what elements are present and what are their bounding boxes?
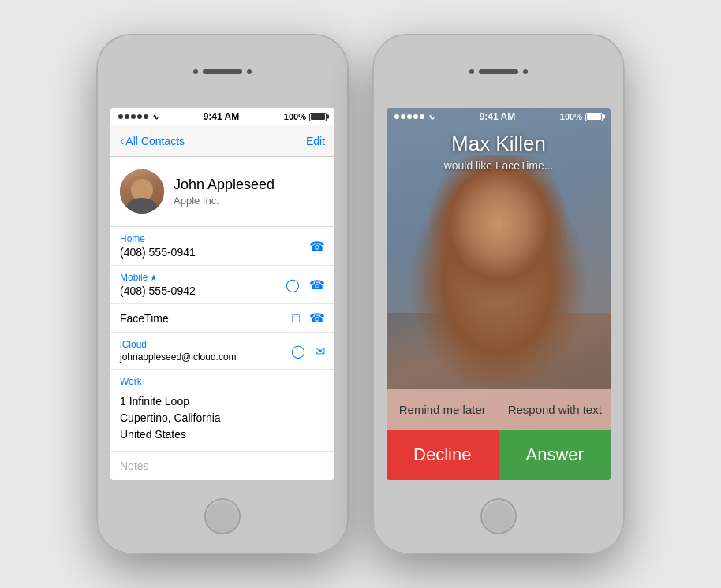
work-address-line3: United States — [120, 426, 325, 443]
r-dot-5 — [420, 114, 424, 119]
decline-button[interactable]: Decline — [387, 430, 499, 480]
signal-area: ∿ — [118, 113, 159, 121]
caller-name: Max Killen — [387, 132, 611, 156]
caller-subtitle: would like FaceTime... — [387, 159, 611, 172]
home-label: Home — [120, 233, 196, 244]
battery-pct-label: 100% — [284, 112, 306, 121]
icloud-email: johnappleseed@icloud.com — [120, 352, 237, 363]
message-bubble-icon[interactable]: ◯ — [291, 344, 305, 359]
notes-label: Notes — [110, 452, 334, 480]
work-address-line1: 1 Infinite Loop — [120, 393, 325, 410]
facetime-action-buttons: Remind me later Respond with text Declin… — [387, 389, 611, 480]
front-camera — [193, 69, 198, 74]
r-dot-2 — [401, 114, 405, 119]
back-label: All Contacts — [125, 135, 185, 147]
mobile-number: (408) 555-0942 — [120, 285, 196, 297]
right-battery-fill — [587, 114, 601, 120]
facetime-phone-icon[interactable]: ☎ — [309, 311, 325, 326]
contact-header: John Appleseed Apple Inc. — [110, 157, 334, 227]
sensors — [193, 69, 252, 74]
contact-company: Apple Inc. — [174, 195, 325, 207]
dot-1 — [118, 114, 123, 119]
right-wifi-icon: ∿ — [428, 113, 435, 121]
dot-3 — [131, 114, 136, 119]
right-signal-area: ∿ — [394, 113, 435, 121]
caller-info: Max Killen would like FaceTime... — [387, 132, 611, 172]
icloud-info: iCloud johnappleseed@icloud.com — [120, 339, 237, 363]
answer-button[interactable]: Answer — [499, 430, 611, 480]
facetime-row[interactable]: FaceTime □ ☎ — [110, 304, 334, 333]
contact-name: John Appleseed — [174, 177, 325, 193]
battery-area: 100% — [284, 112, 327, 121]
right-battery-area: 100% — [560, 112, 603, 121]
right-front-camera — [469, 69, 474, 74]
work-section: Work 1 Infinite Loop Cupertino, Californ… — [110, 370, 334, 452]
mobile-phone-row[interactable]: Mobile (408) 555-0942 ◯ ☎ — [110, 266, 334, 304]
battery-body — [309, 113, 327, 121]
facetime-top-buttons: Remind me later Respond with text — [387, 389, 611, 430]
r-dot-4 — [413, 114, 418, 119]
home-phone-info: Home (408) 555-0941 — [120, 233, 196, 259]
icloud-row[interactable]: iCloud johnappleseed@icloud.com ◯ ✉ — [110, 333, 334, 370]
left-home-button[interactable] — [204, 498, 241, 534]
right-sensors — [469, 69, 528, 74]
right-battery-icon — [585, 113, 603, 121]
signal-dots — [118, 114, 148, 119]
facetime-bottom-buttons: Decline Answer — [387, 430, 611, 480]
mobile-phone-icon[interactable]: ☎ — [309, 277, 325, 292]
remind-later-button[interactable]: Remind me later — [387, 389, 499, 430]
facetime-info: FaceTime — [120, 312, 169, 325]
contact-section: Home (408) 555-0941 ☎ Mobile (408) 555-0… — [110, 227, 334, 480]
mobile-label: Mobile — [120, 272, 196, 283]
left-bottom-bezel — [98, 480, 347, 553]
back-button[interactable]: ‹ All Contacts — [120, 134, 185, 148]
phone-icon[interactable]: ☎ — [309, 239, 325, 254]
facetime-person-bg — [387, 155, 611, 385]
right-status-bar: ∿ 9:41 AM 100% — [387, 108, 611, 125]
right-bottom-bezel — [374, 480, 623, 553]
avatar — [120, 169, 164, 214]
r-dot-1 — [394, 114, 399, 119]
right-clock: 9:41 AM — [480, 111, 516, 122]
edit-button[interactable]: Edit — [306, 135, 325, 147]
left-iphone: ∿ 9:41 AM 100% ‹ — [96, 34, 349, 554]
home-icons: ☎ — [309, 239, 325, 254]
home-number: (408) 555-0941 — [120, 246, 196, 259]
proximity-sensor — [247, 69, 252, 74]
right-battery-pct: 100% — [560, 112, 582, 121]
battery-icon — [309, 113, 327, 121]
phones-container: ∿ 9:41 AM 100% ‹ — [80, 18, 641, 570]
home-phone-row[interactable]: Home (408) 555-0941 ☎ — [110, 227, 334, 266]
facetime-screen: ∿ 9:41 AM 100% — [387, 108, 611, 480]
facetime-screen-container: ∿ 9:41 AM 100% — [387, 108, 611, 480]
work-address: 1 Infinite Loop Cupertino, California Un… — [110, 389, 334, 452]
r-dot-3 — [407, 114, 412, 119]
contacts-nav: ‹ All Contacts Edit — [110, 125, 334, 157]
icloud-icons: ◯ ✉ — [291, 344, 325, 359]
right-battery-body — [585, 113, 603, 121]
dot-2 — [125, 114, 129, 119]
mail-icon[interactable]: ✉ — [315, 344, 325, 359]
facetime-icons: □ ☎ — [292, 311, 325, 326]
respond-with-text-button[interactable]: Respond with text — [499, 389, 611, 430]
earpiece — [203, 69, 242, 74]
message-icon[interactable]: ◯ — [286, 277, 300, 292]
battery-fill — [311, 114, 325, 120]
mobile-phone-info: Mobile (408) 555-0942 — [120, 272, 196, 297]
mobile-icons: ◯ ☎ — [286, 277, 325, 292]
avatar-face — [120, 169, 164, 214]
right-top-bezel — [374, 35, 623, 108]
video-icon[interactable]: □ — [292, 311, 300, 326]
right-home-button[interactable] — [480, 498, 517, 534]
back-chevron-icon: ‹ — [120, 134, 124, 148]
right-signal-dots — [394, 114, 424, 119]
right-earpiece — [479, 69, 518, 74]
wifi-icon: ∿ — [152, 113, 159, 121]
left-clock: 9:41 AM — [204, 111, 240, 122]
contacts-screen: ∿ 9:41 AM 100% ‹ — [110, 108, 334, 480]
dot-4 — [137, 114, 142, 119]
right-iphone: ∿ 9:41 AM 100% — [372, 34, 625, 554]
work-section-label: Work — [110, 370, 334, 389]
top-bezel — [98, 35, 347, 108]
avatar-body — [126, 198, 158, 214]
